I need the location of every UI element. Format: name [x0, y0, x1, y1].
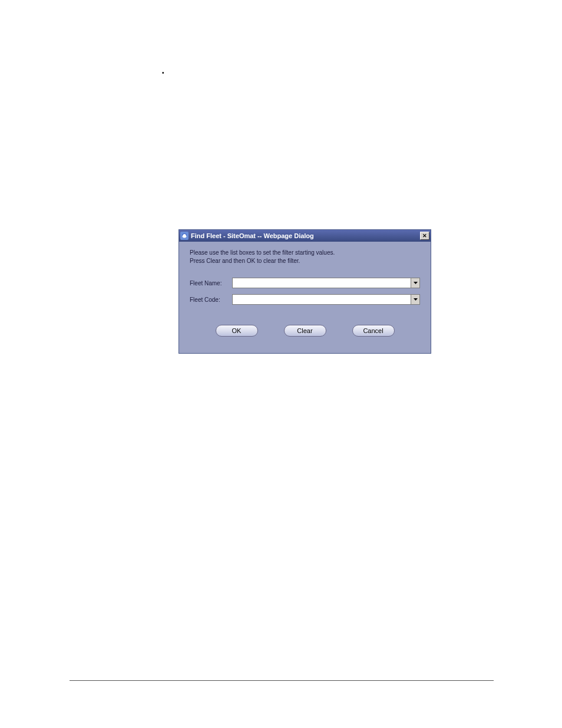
fleet-code-input[interactable] [233, 295, 411, 304]
fleet-code-label: Fleet Code: [190, 297, 232, 303]
dialog-body: Please use the list boxes to set the fil… [179, 242, 431, 353]
close-icon: ✕ [422, 233, 427, 239]
chevron-down-icon [414, 298, 418, 301]
instruction-line-1: Please use the list boxes to set the fil… [190, 249, 420, 257]
find-fleet-dialog: Find Fleet - SiteOmat -- Webpage Dialog … [178, 229, 431, 354]
fleet-code-dropdown-button[interactable] [411, 295, 419, 304]
fleet-name-dropdown-button[interactable] [411, 278, 419, 288]
fleet-code-combo[interactable] [232, 294, 420, 305]
dialog-button-row: OK Clear Cancel [190, 325, 420, 337]
dialog-titlebar: Find Fleet - SiteOmat -- Webpage Dialog … [179, 230, 431, 242]
chevron-down-icon [414, 282, 418, 284]
instruction-line-2: Press Clear and then OK to clear the fil… [190, 257, 420, 265]
close-button[interactable]: ✕ [420, 232, 429, 240]
fleet-name-combo[interactable] [232, 278, 420, 288]
footer-divider [70, 680, 494, 681]
fleet-code-row: Fleet Code: [190, 294, 420, 305]
svg-marker-1 [414, 282, 418, 284]
svg-marker-2 [414, 298, 418, 301]
ok-button[interactable]: OK [216, 325, 258, 337]
clear-button[interactable]: Clear [284, 325, 326, 337]
fleet-name-row: Fleet Name: [190, 278, 420, 288]
bullet-point: • [162, 70, 164, 76]
ie-page-icon [180, 232, 189, 240]
cancel-button[interactable]: Cancel [352, 325, 395, 337]
fleet-name-label: Fleet Name: [190, 280, 232, 286]
dialog-instructions: Please use the list boxes to set the fil… [190, 249, 420, 265]
fleet-name-input[interactable] [233, 278, 411, 288]
dialog-title: Find Fleet - SiteOmat -- Webpage Dialog [191, 232, 420, 239]
